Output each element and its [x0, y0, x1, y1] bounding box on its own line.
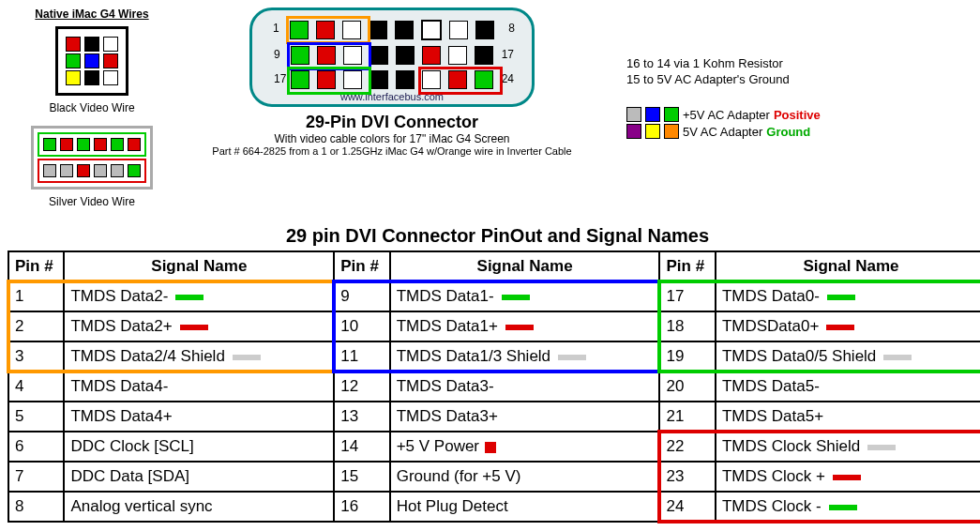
cell-signal-name: TMDS Data2+	[64, 311, 334, 341]
cell-pin-number: 20	[659, 372, 715, 402]
cell-signal-name: TMDS Data5-	[716, 372, 980, 402]
cell-signal-name: TMDSData0+	[716, 311, 980, 341]
wire-pin	[84, 37, 99, 52]
cell-pin-number: 7	[8, 462, 64, 492]
wire-pin	[60, 138, 73, 151]
cell-signal-name: DDC Data [SDA]	[64, 462, 334, 492]
black-wire-box	[55, 26, 128, 96]
pin-label: 1	[273, 22, 279, 35]
color-swatch	[827, 295, 855, 300]
color-swatch	[867, 445, 896, 450]
pinout-table: Pin # Signal Name Pin # Signal Name Pin …	[8, 250, 980, 523]
cell-pin-number: 16	[334, 492, 389, 522]
wire-pin	[84, 70, 99, 85]
cell-pin-number: 2	[8, 311, 64, 341]
connector-url: www.interfacebus.com	[290, 91, 494, 102]
cell-pin-number: 12	[334, 372, 389, 402]
header-signal: Signal Name	[64, 251, 334, 281]
conn-pin	[475, 46, 493, 65]
top-section: Native iMac G4 Wires Black Video Wire	[8, 8, 980, 218]
conn-pin	[369, 46, 388, 65]
conn-pin	[448, 70, 467, 89]
legend-swatch-orange	[664, 124, 679, 139]
conn-pin	[343, 46, 362, 65]
cell-signal-name: TMDS Data2-	[64, 281, 334, 311]
connector-sub1: With video cable colors for 17" iMac G4 …	[176, 132, 608, 145]
legend-swatch-purple	[626, 124, 641, 139]
conn-pin	[317, 46, 336, 65]
legend-positive: +5V AC Adapter Positive	[626, 107, 980, 122]
legend-swatch-grey	[626, 107, 641, 122]
legend-pos-text: +5V AC Adapter	[683, 108, 770, 122]
color-swatch	[233, 355, 261, 360]
connector-sub2: Part # 664-2825 from a 1 or 1.25GHz iMac…	[176, 145, 608, 157]
cell-pin-number: 10	[334, 311, 389, 341]
pin-label: 17	[502, 48, 514, 61]
connector-row-1: 1 8	[290, 20, 494, 40]
cell-pin-number: 19	[659, 341, 715, 372]
conn-pin	[449, 21, 468, 39]
color-swatch	[826, 325, 854, 330]
conn-pin	[448, 46, 467, 65]
header-pin: Pin #	[659, 251, 715, 281]
note-1: 16 to 14 via 1 Kohm Resistor	[626, 56, 980, 70]
cell-signal-name: TMDS Data0-	[716, 281, 980, 311]
conn-pin	[290, 21, 309, 39]
cell-pin-number: 4	[8, 372, 64, 402]
wire-pin	[77, 138, 90, 151]
wire-pin	[84, 53, 99, 68]
table-row: 7DDC Data [SDA]15Ground (for +5 V)23TMDS…	[8, 462, 980, 492]
table-row: 2TMDS Data2+10TMDS Data1+18TMDSData0+	[8, 311, 980, 341]
header-pin: Pin #	[334, 251, 389, 281]
conn-pin	[369, 70, 388, 89]
conn-pin	[395, 21, 414, 39]
cell-signal-name: TMDS Data4+	[64, 402, 334, 432]
cell-signal-name: TMDS Data2/4 Shield	[64, 341, 334, 372]
cell-pin-number: 22	[659, 432, 715, 462]
cell-signal-name: TMDS Clock +	[716, 462, 980, 492]
header-signal: Signal Name	[716, 251, 980, 281]
conn-pin	[317, 70, 336, 89]
cell-signal-name: Analog vertical sync	[64, 492, 334, 522]
cell-pin-number: 13	[334, 402, 389, 432]
table-row: 8Analog vertical sync16Hot Plug Detect24…	[8, 492, 980, 522]
cell-pin-number: 21	[659, 402, 715, 432]
color-swatch	[180, 325, 208, 330]
cell-signal-name: TMDS Data3-	[390, 372, 660, 402]
wire-pin	[128, 164, 141, 177]
connector-title: 29-Pin DVI Connector	[176, 113, 608, 132]
cell-pin-number: 9	[334, 281, 389, 311]
cell-pin-number: 5	[8, 402, 64, 432]
wire-pin	[66, 53, 81, 68]
legend-swatch-blue	[645, 107, 660, 122]
silver-wire-box	[31, 126, 153, 190]
wire-pin	[43, 164, 56, 177]
wire-pin	[94, 164, 107, 177]
conn-pin	[475, 70, 493, 89]
wire-pin	[111, 164, 124, 177]
cell-signal-name: TMDS Data1/3 Shield	[390, 341, 660, 372]
cell-signal-name: TMDS Data1-	[390, 281, 660, 311]
cell-signal-name: TMDS Data5+	[716, 402, 980, 432]
cell-signal-name: TMDS Data0/5 Shield	[716, 341, 980, 372]
pin-label: 9	[274, 48, 280, 61]
conn-pin	[422, 70, 441, 89]
wire-pin	[111, 138, 124, 151]
cell-pin-number: 18	[659, 311, 715, 341]
legend-swatch-green	[664, 107, 679, 122]
wire-pin	[66, 70, 81, 85]
color-swatch	[829, 505, 857, 510]
cell-pin-number: 6	[8, 432, 64, 462]
wire-pin	[77, 164, 90, 177]
cell-pin-number: 24	[659, 492, 715, 522]
table-row: 6DDC Clock [SCL]14+5 V Power22TMDS Clock…	[8, 432, 980, 462]
cell-signal-name: Ground (for +5 V)	[390, 462, 660, 492]
pin-label: 8	[508, 22, 515, 35]
dvi-connector: 1 8 9	[249, 8, 535, 107]
notes-legend-panel: 16 to 14 via 1 Kohm Resistor 15 to 5V AC…	[608, 8, 980, 141]
table-row: 3TMDS Data2/4 Shield11TMDS Data1/3 Shiel…	[8, 341, 980, 372]
conn-pin	[291, 70, 309, 89]
color-square	[485, 442, 496, 453]
header-pin: Pin #	[8, 251, 64, 281]
table-row: 5TMDS Data4+13TMDS Data3+21TMDS Data5+	[8, 402, 980, 432]
